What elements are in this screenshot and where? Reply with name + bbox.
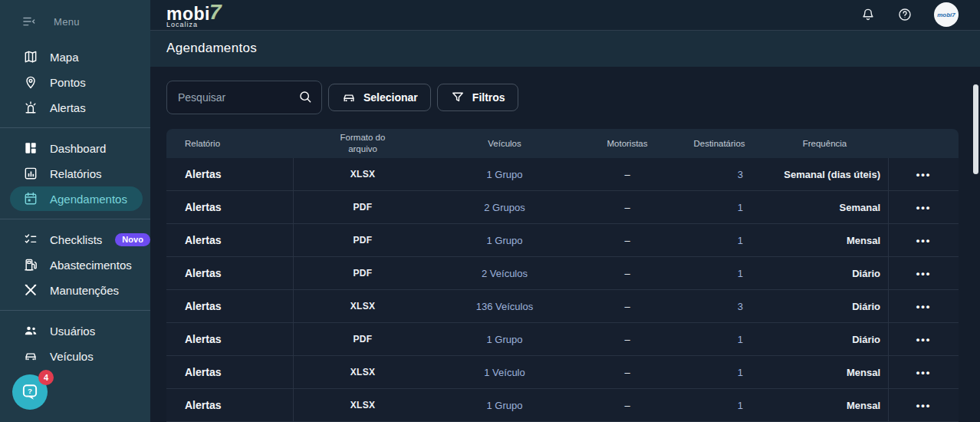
filters-button[interactable]: Filtros bbox=[437, 84, 518, 111]
sidebar-item-label: Usuários bbox=[50, 325, 95, 338]
cell-frequencia: Mensal bbox=[761, 235, 888, 246]
cell-frequencia: Semanal (dias úteis) bbox=[761, 169, 888, 180]
cell-frequencia: Mensal bbox=[761, 367, 888, 378]
map-icon bbox=[23, 49, 38, 64]
cell-destinatarios-link[interactable]: 1 bbox=[677, 367, 761, 378]
novo-badge: Novo bbox=[115, 233, 150, 246]
vertical-scrollbar-thumb[interactable] bbox=[973, 84, 978, 174]
sidebar-item-pontos[interactable]: Pontos bbox=[10, 70, 143, 94]
reports-icon bbox=[23, 166, 38, 181]
sidebar-item-checklists[interactable]: ChecklistsNovo bbox=[10, 227, 143, 252]
alarm-icon bbox=[23, 100, 38, 115]
sidebar-item-mapa[interactable]: Mapa bbox=[10, 45, 143, 69]
cell-relatorio: Alertas bbox=[166, 356, 294, 388]
cell-formato: PDF bbox=[294, 235, 432, 246]
cell-veiculos-link[interactable]: 2 Grupos bbox=[432, 202, 577, 213]
table-row[interactable]: AlertasPDF1 Grupo–1Mensal••• bbox=[166, 224, 959, 257]
row-menu-button[interactable]: ••• bbox=[912, 166, 936, 183]
cell-motoristas: – bbox=[577, 169, 677, 180]
search-input[interactable] bbox=[166, 81, 322, 114]
user-avatar[interactable]: mobi7 bbox=[934, 2, 959, 27]
cell-destinatarios-link[interactable]: 1 bbox=[677, 400, 761, 411]
row-menu-button[interactable]: ••• bbox=[912, 199, 936, 216]
cell-formato: PDF bbox=[294, 268, 432, 279]
row-menu-button[interactable]: ••• bbox=[912, 298, 936, 315]
sidebar-item-label: Checklists bbox=[50, 233, 102, 246]
filter-icon bbox=[450, 90, 465, 105]
schedules-table: Relatório Formato do arquivo Veículos Mo… bbox=[166, 129, 959, 422]
table-row[interactable]: AlertasPDF1 Grupo–1Diário••• bbox=[166, 323, 959, 356]
cell-relatorio: Alertas bbox=[166, 191, 294, 223]
cell-motoristas: – bbox=[577, 367, 677, 378]
cell-frequencia: Diário bbox=[761, 268, 888, 279]
notifications-button[interactable] bbox=[860, 7, 876, 22]
table-row[interactable]: AlertasXLSX136 Veículos–3Diário••• bbox=[166, 290, 959, 323]
sidebar-item-veiculos[interactable]: Veículos bbox=[10, 344, 143, 368]
table-row[interactable]: AlertasXLSX1 Grupo–3Semanal (dias úteis)… bbox=[166, 158, 959, 191]
cell-veiculos-link[interactable]: 1 Veículo bbox=[432, 367, 577, 378]
table-row[interactable]: AlertasPDF2 Grupos–1Semanal••• bbox=[166, 191, 959, 224]
logo-subtitle: Localiza bbox=[166, 21, 222, 28]
cell-veiculos-link[interactable]: 1 Grupo bbox=[432, 400, 577, 411]
row-menu-button[interactable]: ••• bbox=[912, 397, 936, 414]
row-menu-button[interactable]: ••• bbox=[912, 232, 936, 249]
title-band: Agendamentos bbox=[150, 31, 980, 67]
cell-formato: XLSX bbox=[294, 301, 432, 312]
cell-relatorio: Alertas bbox=[166, 389, 294, 421]
sidebar-item-agendamentos[interactable]: Agendamentos bbox=[10, 186, 143, 211]
cell-veiculos-link[interactable]: 2 Veículos bbox=[432, 268, 577, 279]
column-header-destinatarios: Destinatários bbox=[677, 138, 761, 150]
cell-relatorio: Alertas bbox=[166, 257, 294, 289]
svg-text:?: ? bbox=[28, 387, 32, 395]
cell-veiculos-link[interactable]: 1 Grupo bbox=[432, 334, 577, 345]
sidebar-item-label: Pontos bbox=[50, 76, 86, 89]
sidebar-item-alertas[interactable]: Alertas bbox=[10, 95, 143, 120]
cell-destinatarios-link[interactable]: 3 bbox=[677, 301, 761, 312]
cell-veiculos-link[interactable]: 1 Grupo bbox=[432, 235, 577, 246]
sidebar-item-manutencoes[interactable]: Manutenções bbox=[10, 278, 143, 302]
column-header-veiculos: Veículos bbox=[432, 138, 577, 150]
select-vehicles-button[interactable]: Selecionar bbox=[328, 84, 431, 111]
cell-motoristas: – bbox=[577, 235, 677, 246]
bell-icon bbox=[860, 7, 876, 22]
sidebar-item-label: Agendamentos bbox=[50, 193, 127, 206]
topbar: mobi 7 Localiza mobi7 bbox=[150, 0, 980, 31]
cell-veiculos-link[interactable]: 136 Veículos bbox=[432, 301, 577, 312]
help-button[interactable] bbox=[897, 7, 913, 22]
cell-destinatarios-link[interactable]: 1 bbox=[677, 268, 761, 279]
cell-motoristas: – bbox=[577, 268, 677, 279]
cell-frequencia: Diário bbox=[761, 334, 888, 345]
logo-seven: 7 bbox=[209, 2, 222, 23]
cell-motoristas: – bbox=[577, 202, 677, 213]
app-logo[interactable]: mobi 7 Localiza bbox=[166, 2, 222, 28]
row-menu-button[interactable]: ••• bbox=[912, 364, 936, 381]
page-title: Agendamentos bbox=[166, 41, 257, 56]
row-menu-button[interactable]: ••• bbox=[912, 265, 936, 282]
cell-destinatarios-link[interactable]: 1 bbox=[677, 235, 761, 246]
sidebar-item-relatorios[interactable]: Relatórios bbox=[10, 161, 143, 186]
calendar-icon bbox=[23, 191, 38, 206]
cell-veiculos-link[interactable]: 1 Grupo bbox=[432, 169, 577, 180]
table-row[interactable]: AlertasXLSX1 Veículo–1Mensal••• bbox=[166, 356, 959, 389]
row-menu-button[interactable]: ••• bbox=[912, 331, 936, 348]
cell-formato: PDF bbox=[294, 334, 432, 345]
dashboard-icon bbox=[23, 140, 38, 156]
cell-destinatarios-link[interactable]: 1 bbox=[677, 202, 761, 213]
sidebar-item-label: Relatórios bbox=[50, 167, 102, 180]
sidebar-item-abastecimentos[interactable]: Abastecimentos bbox=[10, 252, 143, 277]
table-row[interactable]: AlertasXLSX1 Grupo–1Mensal••• bbox=[166, 389, 959, 422]
sidebar-item-usuarios[interactable]: Usuários bbox=[10, 318, 143, 343]
table-row[interactable]: AlertasPDF2 Veículos–1Diário••• bbox=[166, 257, 959, 290]
menu-toggle[interactable]: Menu bbox=[0, 9, 150, 37]
content: Selecionar Filtros Relatório Formato do … bbox=[150, 67, 980, 422]
cell-destinatarios-link[interactable]: 3 bbox=[677, 169, 761, 180]
cell-formato: PDF bbox=[294, 202, 432, 213]
sidebar-item-label: Dashboard bbox=[50, 142, 106, 155]
users-icon bbox=[23, 323, 38, 338]
column-header-relatorio: Relatório bbox=[166, 138, 294, 150]
tools-icon bbox=[23, 282, 38, 298]
column-header-frequencia: Frequência bbox=[761, 138, 888, 150]
sidebar-item-dashboard[interactable]: Dashboard bbox=[10, 136, 143, 160]
cell-destinatarios-link[interactable]: 1 bbox=[677, 334, 761, 345]
cell-relatorio: Alertas bbox=[166, 158, 294, 190]
